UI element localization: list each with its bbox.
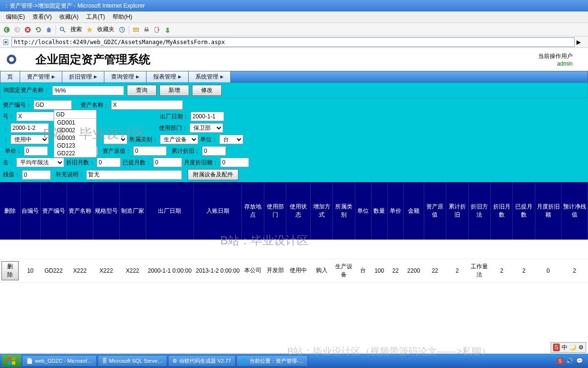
cell-months: 2 xyxy=(491,259,513,282)
cell-residual: 2 xyxy=(561,259,588,282)
addressbar: ▶ xyxy=(0,36,588,48)
nav-report[interactable]: 报表管理▶ xyxy=(147,71,189,82)
nav-depr[interactable]: 折旧管理▶ xyxy=(62,71,104,82)
forward-button[interactable] xyxy=(12,25,22,34)
home-button[interactable] xyxy=(44,25,54,34)
window-title: ：资产管理->增加固定资产 - Microsoft Internet Explo… xyxy=(4,2,145,10)
chevron-right-icon: ▶ xyxy=(220,74,224,79)
remark-input[interactable] xyxy=(86,170,182,180)
autocomplete-item[interactable]: GD001 xyxy=(54,119,96,126)
residual-label: 残值： xyxy=(3,171,20,179)
nav-system[interactable]: 系统管理▶ xyxy=(189,71,231,82)
search-input[interactable] xyxy=(52,86,124,95)
method-select[interactable]: 平均年限法 xyxy=(16,158,64,167)
search-icon[interactable] xyxy=(58,25,68,34)
accdepr-input[interactable] xyxy=(202,146,226,156)
ie-icon: 🌐 xyxy=(241,358,248,364)
favorites-label: 收藏夹 xyxy=(95,25,116,34)
back-button[interactable] xyxy=(2,25,11,34)
edit-icon[interactable] xyxy=(152,25,162,34)
residual-input[interactable] xyxy=(22,170,51,180)
add-button[interactable]: 新增 xyxy=(159,85,189,96)
status-select[interactable]: 使用中 xyxy=(11,135,49,144)
mail-icon[interactable] xyxy=(131,25,141,34)
favorites-icon[interactable] xyxy=(85,25,94,34)
table-row-blank xyxy=(0,240,588,259)
menu-view[interactable]: 查看(V) xyxy=(29,12,56,22)
col-months: 折旧月数 xyxy=(491,182,513,240)
cell-location: 本公司 xyxy=(242,259,264,282)
go-button[interactable]: ▶ xyxy=(577,39,586,46)
remark-label: 补充说明： xyxy=(56,171,84,179)
price-input[interactable] xyxy=(24,146,48,156)
menu-help[interactable]: 帮助(H) xyxy=(109,12,136,22)
status-label: ： xyxy=(3,136,9,144)
ime-bar[interactable]: S 中 🌙 ⚙ xyxy=(551,342,586,353)
system-tray[interactable]: S 🔊 💬 xyxy=(557,357,586,364)
logo-icon xyxy=(6,54,17,65)
cell-method: 工作量法 xyxy=(468,259,490,282)
spec-input[interactable] xyxy=(16,112,55,121)
tray-icon[interactable]: 💬 xyxy=(576,357,583,364)
autocomplete-item[interactable]: GD003 xyxy=(54,134,96,142)
refresh-button[interactable] xyxy=(34,25,43,34)
origval-input[interactable] xyxy=(133,146,167,156)
address-input[interactable] xyxy=(11,37,575,47)
cell-accdepr: 2 xyxy=(446,259,468,282)
months-input[interactable] xyxy=(97,158,121,167)
asset-name-input[interactable] xyxy=(111,100,183,110)
taskbar-item[interactable]: 🗄Microsoft SQL Serve… xyxy=(98,355,167,367)
asset-no-input[interactable] xyxy=(34,100,72,110)
cell-price: 22 xyxy=(387,259,404,282)
col-residual: 预计净残值 xyxy=(561,182,588,240)
cell-maker: X222 xyxy=(119,259,146,282)
taskbar-item[interactable]: 📄web_GDZC - Microsof… xyxy=(22,355,97,367)
taskbar-item[interactable]: 🌐当前位置：资产管理-… xyxy=(237,355,308,367)
print-icon[interactable] xyxy=(142,25,151,34)
svg-rect-9 xyxy=(155,27,158,32)
edit-button[interactable]: 修改 xyxy=(192,85,222,96)
svg-rect-18 xyxy=(8,361,11,365)
cell-qty: 100 xyxy=(371,259,387,282)
nav-asset[interactable]: 资产管理▶ xyxy=(20,71,62,82)
menu-edit[interactable]: 编辑(E) xyxy=(2,12,29,22)
autocomplete-item[interactable]: GD002 xyxy=(54,126,96,134)
col-usedmonths: 已提月数 xyxy=(513,182,535,240)
autocomplete-item[interactable]: GD222 xyxy=(54,150,96,157)
factory-date-input[interactable] xyxy=(191,112,224,121)
start-button[interactable] xyxy=(2,355,21,367)
usedmonths-input[interactable] xyxy=(153,158,182,167)
svg-point-15 xyxy=(9,57,14,62)
menu-favorites[interactable]: 收藏(A) xyxy=(56,12,82,22)
messenger-icon[interactable] xyxy=(163,25,172,34)
menu-tools[interactable]: 工具(T) xyxy=(82,12,109,22)
ime-settings-icon: ⚙ xyxy=(578,344,584,351)
separator xyxy=(56,25,56,34)
svg-point-3 xyxy=(60,27,64,30)
autocomplete-input[interactable] xyxy=(54,110,96,119)
unit-select[interactable]: 台 xyxy=(219,135,243,144)
dept-select[interactable]: 保卫部 xyxy=(190,123,223,133)
col-location: 存放地点 xyxy=(242,182,264,240)
svg-point-13 xyxy=(4,41,7,43)
accessory-button[interactable]: 附属设备及配件 xyxy=(188,169,238,180)
history-icon[interactable] xyxy=(117,25,127,34)
cell-entry-date: 2013-1-2 0:00:00 xyxy=(194,259,242,282)
nav-query[interactable]: 查询管理▶ xyxy=(104,71,147,82)
stop-button[interactable] xyxy=(23,25,33,34)
delete-row-button[interactable]: 删除 xyxy=(1,261,19,280)
query-button[interactable]: 查询 xyxy=(127,85,157,96)
cell-status: 使用中 xyxy=(286,259,311,282)
category-select[interactable]: 生产设备 xyxy=(160,135,198,144)
tray-icon[interactable]: S xyxy=(557,358,563,364)
taskbar-item[interactable]: ⚙动软代码生成器 V2.77 xyxy=(168,355,236,367)
window-titlebar: ：资产管理->增加固定资产 - Microsoft Internet Explo… xyxy=(0,0,588,12)
monthlyamt-input[interactable] xyxy=(220,158,249,167)
tray-icon[interactable]: 🔊 xyxy=(566,357,573,364)
autocomplete-item[interactable]: GD123 xyxy=(54,142,96,150)
data-grid: 删除 自编号 资产编号 资产名称 规格型号 制造厂家 出厂日期 入账日期 存放地… xyxy=(0,182,588,283)
unknown-select[interactable] xyxy=(103,135,127,144)
cell-category: 生产设备 xyxy=(333,259,355,282)
nav-home[interactable]: 页 xyxy=(0,71,20,82)
entry-date-input[interactable] xyxy=(11,123,49,133)
